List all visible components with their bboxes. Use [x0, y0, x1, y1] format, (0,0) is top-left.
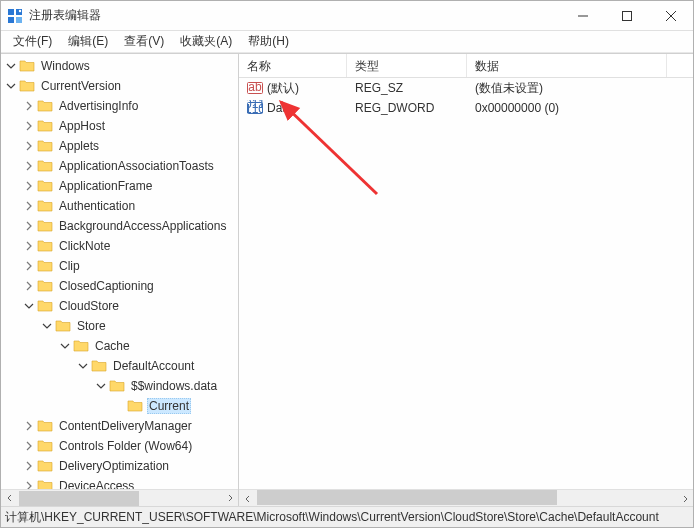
string-value-icon: ab: [247, 80, 263, 96]
folder-icon: [37, 458, 53, 474]
folder-icon: [37, 478, 53, 489]
tree-node[interactable]: DeliveryOptimization: [1, 456, 238, 476]
chevron-right-icon[interactable]: [23, 420, 35, 432]
folder-icon: [19, 78, 35, 94]
app-icon: [7, 8, 23, 24]
tree-node[interactable]: ClickNote: [1, 236, 238, 256]
tree-node[interactable]: $$windows.data: [1, 376, 238, 396]
tree-node[interactable]: Controls Folder (Wow64): [1, 436, 238, 456]
tree-node[interactable]: CloudStore: [1, 296, 238, 316]
close-button[interactable]: [649, 1, 693, 30]
chevron-down-icon[interactable]: [23, 300, 35, 312]
chevron-right-icon[interactable]: [23, 160, 35, 172]
menu-favorites[interactable]: 收藏夹(A): [172, 31, 240, 52]
tree-hscroll-thumb[interactable]: [19, 491, 139, 506]
chevron-right-icon[interactable]: [23, 200, 35, 212]
chevron-down-icon[interactable]: [5, 60, 17, 72]
tree-label: ContentDeliveryManager: [57, 418, 194, 434]
tree-label: ApplicationAssociationToasts: [57, 158, 216, 174]
tree-node[interactable]: Clip: [1, 256, 238, 276]
col-name[interactable]: 名称: [239, 54, 347, 77]
cell-type: REG_SZ: [347, 81, 467, 95]
chevron-down-icon[interactable]: [5, 80, 17, 92]
tree-node[interactable]: Store: [1, 316, 238, 336]
tree-label: CloudStore: [57, 298, 121, 314]
menu-edit[interactable]: 编辑(E): [60, 31, 116, 52]
tree-label: DeviceAccess: [57, 478, 136, 489]
folder-icon: [37, 218, 53, 234]
binary-value-icon: 011110: [247, 100, 263, 116]
list-header: 名称 类型 数据: [239, 54, 693, 78]
folder-icon: [37, 438, 53, 454]
list-body[interactable]: ab(默认)REG_SZ(数值未设置)011110DataREG_DWORD0x…: [239, 78, 693, 489]
list-pane: 名称 类型 数据 ab(默认)REG_SZ(数值未设置)011110DataRE…: [239, 54, 693, 506]
tree-label: DefaultAccount: [111, 358, 196, 374]
scroll-right-icon[interactable]: [676, 490, 693, 507]
tree-node[interactable]: DefaultAccount: [1, 356, 238, 376]
chevron-right-icon[interactable]: [23, 220, 35, 232]
svg-rect-1: [16, 9, 22, 15]
scroll-left-icon[interactable]: [239, 490, 256, 507]
tree-label: ClosedCaptioning: [57, 278, 156, 294]
folder-icon: [37, 298, 53, 314]
tree-node[interactable]: BackgroundAccessApplications: [1, 216, 238, 236]
chevron-right-icon[interactable]: [23, 480, 35, 489]
tree-node[interactable]: ApplicationAssociationToasts: [1, 156, 238, 176]
scroll-left-icon[interactable]: [1, 490, 18, 507]
chevron-down-icon[interactable]: [95, 380, 107, 392]
list-row[interactable]: 011110DataREG_DWORD0x00000000 (0): [239, 98, 693, 118]
list-hscrollbar[interactable]: [239, 489, 693, 506]
tree-node[interactable]: DeviceAccess: [1, 476, 238, 489]
maximize-button[interactable]: [605, 1, 649, 30]
menu-help[interactable]: 帮助(H): [240, 31, 297, 52]
chevron-right-icon[interactable]: [23, 180, 35, 192]
tree-node[interactable]: ApplicationFrame: [1, 176, 238, 196]
svg-text:ab: ab: [248, 80, 262, 94]
chevron-down-icon[interactable]: [77, 360, 89, 372]
tree-scroll[interactable]: WindowsCurrentVersionAdvertisingInfoAppH…: [1, 54, 238, 489]
chevron-down-icon[interactable]: [41, 320, 53, 332]
chevron-right-icon[interactable]: [23, 460, 35, 472]
folder-icon: [37, 258, 53, 274]
folder-icon: [37, 418, 53, 434]
chevron-down-icon[interactable]: [59, 340, 71, 352]
menu-view[interactable]: 查看(V): [116, 31, 172, 52]
tree-node[interactable]: AdvertisingInfo: [1, 96, 238, 116]
minimize-button[interactable]: [561, 1, 605, 30]
chevron-right-icon[interactable]: [23, 280, 35, 292]
folder-icon: [55, 318, 71, 334]
tree-node[interactable]: Cache: [1, 336, 238, 356]
tree-label: CurrentVersion: [39, 78, 123, 94]
tree-node[interactable]: CurrentVersion: [1, 76, 238, 96]
list-hscroll-thumb[interactable]: [257, 490, 557, 505]
tree-hscrollbar[interactable]: [1, 489, 238, 506]
chevron-right-icon[interactable]: [23, 140, 35, 152]
chevron-right-icon[interactable]: [23, 240, 35, 252]
col-data[interactable]: 数据: [467, 54, 667, 77]
folder-icon: [37, 198, 53, 214]
svg-rect-2: [8, 17, 14, 23]
menu-file[interactable]: 文件(F): [5, 31, 60, 52]
tree-label: Current: [147, 398, 191, 414]
tree-node[interactable]: Current: [1, 396, 238, 416]
col-type[interactable]: 类型: [347, 54, 467, 77]
chevron-right-icon[interactable]: [23, 100, 35, 112]
tree-node[interactable]: Applets: [1, 136, 238, 156]
chevron-right-icon[interactable]: [23, 440, 35, 452]
svg-rect-5: [623, 11, 632, 20]
list-row[interactable]: ab(默认)REG_SZ(数值未设置): [239, 78, 693, 98]
tree-node[interactable]: ContentDeliveryManager: [1, 416, 238, 436]
tree-node[interactable]: Authentication: [1, 196, 238, 216]
chevron-right-icon[interactable]: [23, 260, 35, 272]
tree-node[interactable]: Windows: [1, 56, 238, 76]
tree-node[interactable]: AppHost: [1, 116, 238, 136]
tree-label: Cache: [93, 338, 132, 354]
tree-node[interactable]: ClosedCaptioning: [1, 276, 238, 296]
chevron-right-icon[interactable]: [23, 120, 35, 132]
tree-label: Clip: [57, 258, 82, 274]
tree-label: DeliveryOptimization: [57, 458, 171, 474]
tree-label: AppHost: [57, 118, 107, 134]
cell-data: (数值未设置): [467, 80, 667, 97]
scroll-right-icon[interactable]: [221, 490, 238, 507]
tree-label: Store: [75, 318, 108, 334]
